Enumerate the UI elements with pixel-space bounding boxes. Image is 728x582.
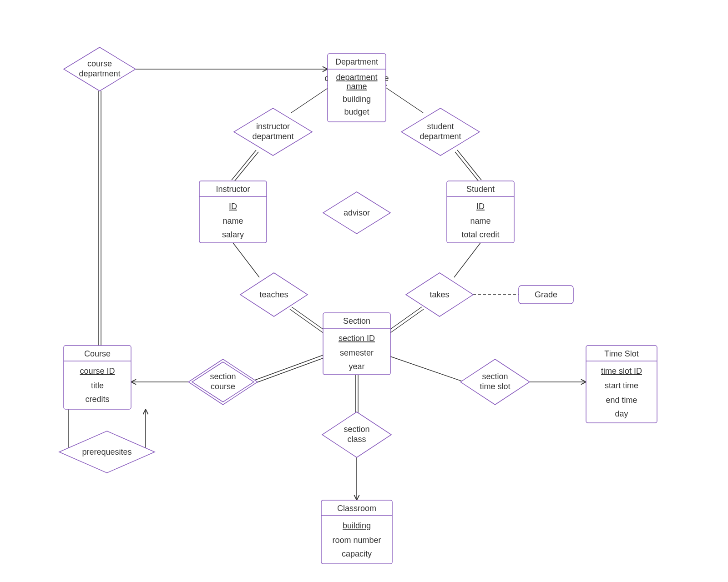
- rel-course-department: course department: [64, 47, 136, 91]
- svg-text:title: title: [91, 381, 104, 390]
- rel-section-course: section course: [188, 359, 258, 405]
- rel-student-department: student department: [401, 108, 480, 156]
- svg-text:salary: salary: [222, 230, 244, 239]
- rel-teaches: teaches: [240, 273, 308, 316]
- svg-text:day: day: [615, 409, 628, 418]
- svg-text:takes: takes: [430, 290, 449, 299]
- svg-text:name: name: [470, 216, 490, 226]
- entity-instructor: Instructor ID name salary: [199, 181, 267, 243]
- attr-grade: Grade: [519, 286, 573, 304]
- svg-text:building: building: [343, 95, 371, 104]
- edge-studdept-to-department: [381, 85, 423, 113]
- svg-text:building: building: [343, 521, 371, 530]
- svg-text:end time: end time: [606, 396, 637, 405]
- entity-course: Course course ID title credits: [64, 346, 131, 409]
- svg-text:credits: credits: [85, 395, 109, 404]
- rel-instructor-department: instructor department: [234, 108, 312, 156]
- edge-section-to-seccourse-b: [256, 358, 324, 383]
- svg-text:department: department: [420, 132, 461, 141]
- edge-takes-to-section-a: [389, 309, 424, 334]
- svg-text:Instructor: Instructor: [216, 185, 250, 194]
- edge-section-to-sectimeslot: [390, 356, 464, 382]
- svg-text:course: course: [211, 382, 235, 391]
- rel-prerequisites: prerequesites: [59, 431, 155, 473]
- svg-text:instructor: instructor: [256, 122, 290, 131]
- entity-department-attrs: department name building budget: [328, 70, 385, 121]
- svg-text:room number: room number: [332, 536, 381, 545]
- edge-student-to-takes: [454, 243, 480, 277]
- svg-text:section ID: section ID: [339, 334, 375, 343]
- svg-text:time slot: time slot: [480, 382, 510, 391]
- entity-timeslot: Time Slot time slot ID start time end ti…: [586, 346, 657, 423]
- edge-teaches-to-section-a: [290, 309, 324, 334]
- edge-instrdept-to-department: [291, 85, 333, 113]
- svg-text:year: year: [349, 362, 364, 371]
- svg-text:name: name: [222, 216, 243, 226]
- svg-text:Student: Student: [466, 185, 495, 194]
- svg-text:Grade: Grade: [535, 290, 557, 299]
- svg-text:section: section: [482, 372, 508, 381]
- svg-text:department: department: [252, 132, 293, 141]
- svg-text:Course: Course: [84, 349, 111, 358]
- entity-classroom: Classroom building room number capacity: [321, 500, 392, 564]
- svg-text:section: section: [344, 425, 369, 434]
- edge-instructor-to-instrdept-a: [232, 150, 256, 180]
- entity-section: Section section ID semester year: [323, 313, 390, 375]
- edge-student-to-studdept-b: [457, 150, 481, 180]
- svg-text:start time: start time: [605, 381, 638, 390]
- svg-text:department: department: [79, 69, 120, 78]
- svg-text:ID: ID: [476, 202, 485, 211]
- svg-text:time slot ID: time slot ID: [601, 366, 642, 376]
- svg-text:Section: Section: [343, 316, 370, 326]
- svg-text:prerequesites: prerequesites: [82, 447, 131, 457]
- rel-section-time-slot: section time slot: [460, 359, 530, 405]
- rel-advisor: advisor: [323, 192, 390, 234]
- entity-student: Student ID name total credit: [447, 181, 514, 243]
- svg-text:student: student: [427, 122, 454, 131]
- svg-text:section: section: [210, 372, 236, 381]
- svg-text:ID: ID: [229, 202, 237, 211]
- svg-text:teaches: teaches: [259, 290, 288, 299]
- svg-text:course ID: course ID: [80, 366, 115, 376]
- svg-text:budget: budget: [344, 107, 369, 116]
- svg-text:semester: semester: [340, 348, 374, 357]
- svg-text:name: name: [346, 82, 367, 91]
- edge-takes-to-section-b: [387, 307, 422, 331]
- edge-instructor-to-instrdept-b: [234, 152, 258, 182]
- svg-text:course: course: [87, 59, 112, 68]
- edge-teaches-to-section-b: [292, 307, 326, 331]
- rel-section-class: section class: [322, 412, 391, 457]
- svg-text:Classroom: Classroom: [337, 504, 376, 513]
- svg-text:advisor: advisor: [344, 208, 370, 217]
- edge-student-to-studdept-a: [455, 152, 479, 182]
- svg-text:class: class: [347, 435, 366, 444]
- svg-text:capacity: capacity: [342, 549, 372, 558]
- svg-text:total credit: total credit: [461, 230, 499, 239]
- svg-text:department: department: [336, 73, 377, 82]
- edge-section-to-seccourse-a: [255, 355, 323, 380]
- edge-instructor-to-teaches: [233, 243, 259, 277]
- rel-takes: takes: [406, 273, 473, 316]
- svg-text:Time Slot: Time Slot: [604, 349, 638, 358]
- svg-text:Department: Department: [335, 57, 378, 66]
